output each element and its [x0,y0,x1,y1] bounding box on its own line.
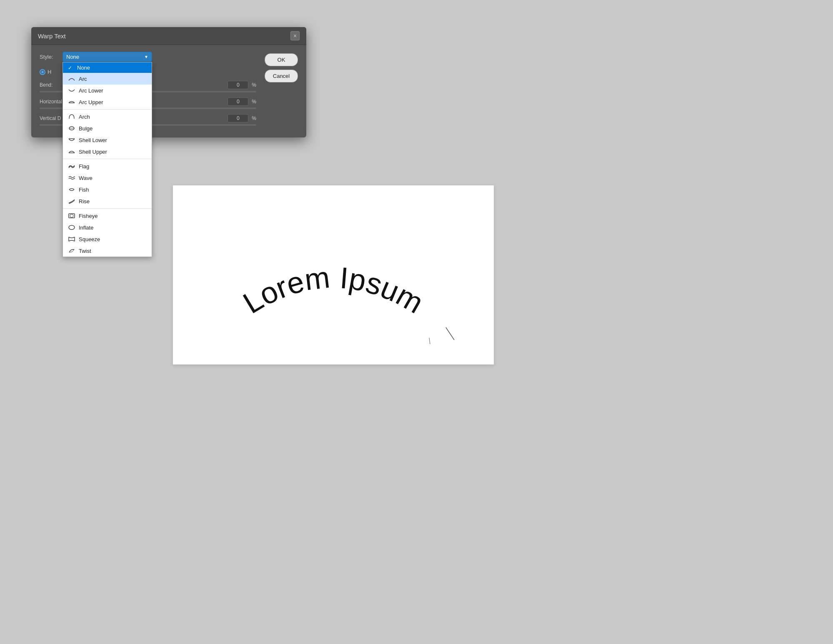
rise-icon [68,197,75,205]
bend-label: Bend: [40,82,53,88]
dropdown-item-twist[interactable]: Twist [63,245,152,257]
style-row: Style: None ▼ ✓ None [40,52,256,62]
h-distortion-value-input[interactable] [228,97,248,106]
arched-text-svg: Lorem Ipsum [204,225,463,350]
item-label-wave: Wave [79,175,93,181]
style-label: Style: [40,54,58,60]
shell-lower-icon [68,136,75,144]
inflate-icon [68,224,75,231]
dropdown-item-rise[interactable]: Rise [63,195,152,207]
dropdown-arrow-icon: ▼ [144,55,148,59]
dropdown-item-fisheye[interactable]: Fisheye [63,210,152,222]
divider-2 [63,159,152,159]
dialog-title: Warp Text [38,32,66,40]
cancel-button[interactable]: Cancel [265,70,298,82]
svg-point-9 [69,225,75,230]
style-select-value: None [66,54,79,60]
arc-upper-icon [68,98,75,106]
dropdown-item-fish[interactable]: Fish [63,184,152,195]
item-label-arc-lower: Arc Lower [79,87,103,94]
item-label-arch: Arch [79,114,90,120]
bulge-icon [68,125,75,132]
v-distortion-pct: % [252,115,256,121]
item-label-shell-upper: Shell Upper [79,149,107,155]
item-label-inflate: Inflate [79,225,93,231]
fish-icon [68,186,75,193]
svg-line-0 [446,327,454,340]
h-distortion-pct: % [252,99,256,105]
canvas-area: Lorem Ipsum [173,185,494,364]
arched-lorem-text: Lorem Ipsum [238,260,429,320]
v-distortion-label: Vertical D [40,115,61,121]
dropdown-item-wave[interactable]: Wave [63,172,152,184]
item-label-shell-lower: Shell Lower [79,137,107,143]
dropdown-item-bulge[interactable]: Bulge [63,122,152,134]
item-label-none: None [77,65,90,71]
item-label-squeeze: Squeeze [79,236,100,242]
item-label-fisheye: Fisheye [79,213,98,219]
item-label-flag: Flag [79,163,89,170]
wave-icon [68,174,75,182]
dropdown-item-squeeze[interactable]: Squeeze [63,233,152,245]
dialog-left-panel: Style: None ▼ ✓ None [40,52,256,131]
svg-point-8 [70,214,73,217]
dialog-buttons: OK Cancel [265,52,298,131]
horizontal-radio-label: H [48,69,51,75]
squeeze-icon [68,235,75,243]
svg-line-1 [429,338,430,344]
dropdown-item-flag[interactable]: Flag [63,160,152,172]
dropdown-item-shell-lower[interactable]: Shell Lower [63,134,152,146]
bend-pct: % [252,82,256,88]
check-icon: ✓ [68,65,74,71]
dropdown-item-arc[interactable]: Arc [63,73,152,85]
dropdown-item-none[interactable]: ✓ None [63,62,152,73]
divider-3 [63,208,152,209]
divider-1 [63,109,152,110]
shell-upper-icon [68,148,75,155]
close-button[interactable]: × [290,31,300,40]
item-label-twist: Twist [79,248,91,254]
item-label-bulge: Bulge [79,125,93,132]
twist-icon [68,247,75,255]
dropdown-item-arch[interactable]: Arch [63,111,152,122]
arc-lower-icon [68,87,75,94]
v-distortion-value-input[interactable] [228,114,248,122]
horizontal-radio[interactable]: H [40,69,51,75]
arch-icon [68,113,75,120]
horizontal-radio-indicator [40,69,45,75]
fisheye-icon [68,212,75,220]
style-dropdown: ✓ None Arc Arc [63,62,152,257]
arc-icon [68,75,75,82]
dropdown-item-shell-upper[interactable]: Shell Upper [63,146,152,157]
style-select[interactable]: None ▼ [63,52,152,62]
dropdown-item-arc-upper[interactable]: Arc Upper [63,96,152,108]
dialog-titlebar: Warp Text × [31,27,306,45]
dropdown-item-inflate[interactable]: Inflate [63,222,152,233]
dropdown-item-arc-lower[interactable]: Arc Lower [63,85,152,96]
dialog-body: Style: None ▼ ✓ None [31,45,306,137]
item-label-arc-upper: Arc Upper [79,99,103,105]
bend-value-input[interactable] [228,81,248,89]
item-label-rise: Rise [79,198,90,205]
lorem-ipsum-container: Lorem Ipsum [173,225,494,352]
ok-button[interactable]: OK [265,53,298,66]
warp-text-dialog: Warp Text × Style: None ▼ ✓ None [31,27,306,137]
flag-icon [68,162,75,170]
item-label-fish: Fish [79,187,89,193]
item-label-arc: Arc [79,76,87,82]
